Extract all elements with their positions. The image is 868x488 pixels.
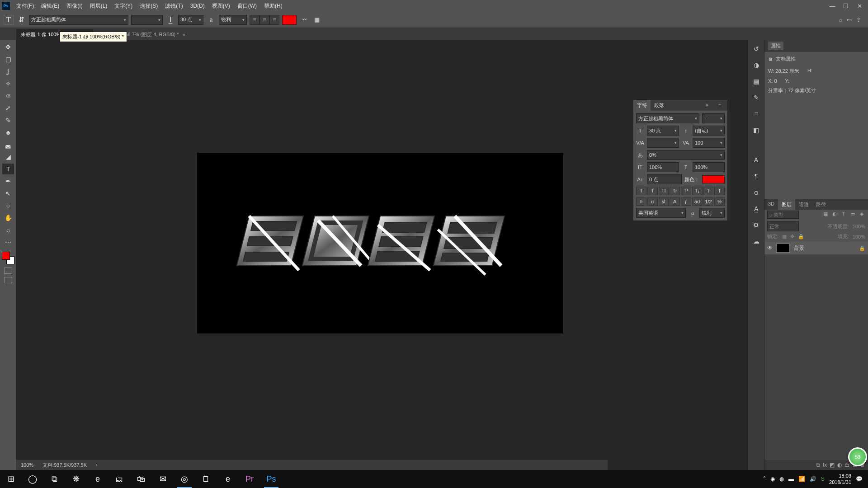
- color-panel-icon[interactable]: ◑: [751, 60, 762, 70]
- lock-all-icon[interactable]: 🔒: [798, 234, 804, 239]
- tray-security-icon[interactable]: ◉: [770, 476, 775, 482]
- character-panel-icon[interactable]: A: [751, 155, 762, 165]
- paragraph-panel-icon[interactable]: ¶: [751, 171, 762, 182]
- path-select-tool[interactable]: ↖: [2, 188, 14, 199]
- filter-shape-icon[interactable]: ▭: [849, 211, 856, 218]
- stamp-tool[interactable]: ♣: [2, 127, 14, 138]
- eraser-tool[interactable]: ◛: [2, 139, 14, 150]
- ot-discretionary[interactable]: st: [659, 197, 669, 206]
- window-minimize-icon[interactable]: ―: [826, 3, 839, 9]
- allcaps-button[interactable]: TT: [659, 187, 669, 195]
- layer-mask-icon[interactable]: ◩: [830, 462, 835, 468]
- color-picker[interactable]: [2, 252, 14, 264]
- menu-window[interactable]: 窗口(W): [234, 0, 260, 12]
- underline-button[interactable]: T: [703, 187, 714, 195]
- ot-ligatures[interactable]: fi: [636, 197, 646, 206]
- char-tracking-dropdown[interactable]: 100▾: [693, 138, 725, 148]
- eyedropper-tool[interactable]: ⤢: [2, 103, 14, 113]
- app-premiere-icon[interactable]: Pr: [239, 470, 260, 488]
- tab-channels[interactable]: 通道: [795, 199, 812, 210]
- filter-pixel-icon[interactable]: ▦: [822, 211, 829, 218]
- doc-size[interactable]: 文档:937.5K/937.5K: [42, 462, 87, 469]
- history-panel-icon[interactable]: ↺: [751, 43, 762, 54]
- app-store-icon[interactable]: 🛍: [130, 470, 152, 488]
- ot-ordinals[interactable]: 1/2: [703, 197, 714, 206]
- layer-name[interactable]: 背景: [793, 244, 804, 252]
- app-mail-icon[interactable]: ✉: [152, 470, 174, 488]
- status-arrow-icon[interactable]: ›: [96, 462, 98, 468]
- filter-type-icon[interactable]: T: [840, 211, 847, 218]
- char-language-dropdown[interactable]: 美国英语▾: [636, 208, 686, 218]
- character-panel[interactable]: 字符 段落 »≡ 方正超粗黑简体▾-▾ T30 点▾↕(自动)▾ V/A▾VA1…: [633, 99, 728, 221]
- char-vscale-input[interactable]: 100%: [647, 162, 679, 172]
- char-style-dropdown[interactable]: -▾: [702, 113, 725, 123]
- text-color-swatch[interactable]: [282, 15, 297, 25]
- menu-filter[interactable]: 滤镜(T): [161, 0, 186, 12]
- tab-paragraph[interactable]: 段落: [651, 100, 668, 111]
- tab-layers[interactable]: 图层: [778, 199, 795, 210]
- pen-tool[interactable]: ✒: [2, 176, 14, 187]
- charstyles-panel-icon[interactable]: A̲: [751, 203, 762, 214]
- libraries-panel-icon[interactable]: ☁: [751, 236, 762, 247]
- tray-notifications-icon[interactable]: 💬: [856, 476, 863, 482]
- char-leading-dropdown[interactable]: (自动)▾: [693, 126, 725, 136]
- smallcaps-button[interactable]: Tr: [670, 187, 680, 195]
- magic-wand-tool[interactable]: ✧: [2, 78, 14, 89]
- tray-ime-icon[interactable]: S: [821, 476, 825, 482]
- ot-titling[interactable]: ad: [692, 197, 703, 206]
- font-family-dropdown[interactable]: 方正超粗黑简体▾: [29, 15, 128, 25]
- antialias-dropdown[interactable]: 锐利▾: [219, 15, 247, 25]
- app-edge-icon[interactable]: e: [217, 470, 239, 488]
- font-style-dropdown[interactable]: ▾: [131, 15, 163, 25]
- brush-tool[interactable]: ✎: [2, 115, 14, 126]
- app-explorer-icon[interactable]: 🗂: [108, 470, 130, 488]
- superscript-button[interactable]: T¹: [681, 187, 691, 195]
- font-size-dropdown[interactable]: 30 点▾: [178, 15, 203, 25]
- layer-thumbnail[interactable]: [776, 244, 790, 253]
- char-aa-dropdown[interactable]: 锐利▾: [699, 208, 725, 218]
- hand-tool[interactable]: ✋: [2, 212, 14, 223]
- align-right-button[interactable]: ≡: [269, 15, 279, 25]
- menu-image[interactable]: 图像(I): [63, 0, 86, 12]
- zoom-tool[interactable]: ⌕: [2, 225, 14, 235]
- subscript-button[interactable]: T₁: [692, 187, 703, 195]
- layer-row-background[interactable]: 👁 背景 🔒: [764, 242, 868, 254]
- actions-panel-icon[interactable]: ⚙: [751, 220, 762, 230]
- swatches-panel-icon[interactable]: ▤: [751, 76, 762, 87]
- cortana-icon[interactable]: ◯: [22, 470, 43, 488]
- italic-button[interactable]: T: [647, 187, 658, 195]
- more-tools[interactable]: ⋯: [2, 237, 14, 248]
- share-icon[interactable]: ⇪: [856, 17, 861, 23]
- app-360-icon[interactable]: ❋: [65, 470, 87, 488]
- gradient-tool[interactable]: ◢: [2, 151, 14, 162]
- menu-select[interactable]: 选择(S): [136, 0, 161, 12]
- glyphs-panel-icon[interactable]: ɑ: [751, 187, 762, 198]
- zoom-level[interactable]: 100%: [21, 462, 33, 468]
- ot-contextual[interactable]: σ: [647, 197, 658, 206]
- tab-character[interactable]: 字符: [633, 100, 651, 111]
- char-baseline-input[interactable]: 0 点: [647, 174, 682, 184]
- filter-adjust-icon[interactable]: ◐: [831, 211, 838, 218]
- panel-menu-icon[interactable]: ≡: [715, 100, 725, 111]
- app-ie-icon[interactable]: e: [87, 470, 108, 488]
- window-restore-icon[interactable]: ❐: [839, 3, 853, 9]
- tray-app-icon[interactable]: ◍: [779, 476, 784, 482]
- link-layers-icon[interactable]: ⧉: [816, 462, 820, 468]
- lasso-tool[interactable]: ʆ: [2, 66, 14, 77]
- adjustments-panel-icon[interactable]: ≡: [751, 108, 762, 119]
- taskview-icon[interactable]: ⧉: [43, 470, 65, 488]
- shape-tool[interactable]: ○: [2, 200, 14, 211]
- char-pct-dropdown[interactable]: 0%▾: [647, 150, 725, 160]
- strikethrough-button[interactable]: Ŧ: [714, 187, 725, 195]
- close-icon[interactable]: ×: [183, 32, 185, 38]
- lock-pixels-icon[interactable]: ▦: [782, 234, 787, 239]
- layer-fx-icon[interactable]: fx: [823, 462, 827, 468]
- tray-wifi-icon[interactable]: 📶: [798, 476, 805, 482]
- screenmode-toggle[interactable]: [4, 277, 12, 283]
- type-tool[interactable]: T: [2, 164, 14, 174]
- tab-paths[interactable]: 路径: [812, 199, 830, 210]
- menu-help[interactable]: 帮助(H): [260, 0, 286, 12]
- artboard[interactable]: [197, 153, 563, 333]
- type-orientation-icon[interactable]: ⇵: [16, 15, 26, 25]
- ot-swash[interactable]: A: [670, 197, 680, 206]
